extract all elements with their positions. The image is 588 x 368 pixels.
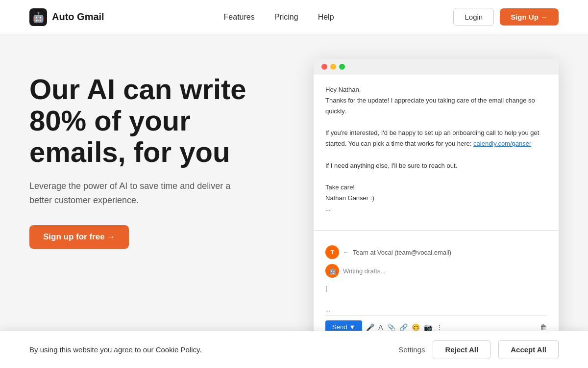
nav-features[interactable]: Features (224, 13, 255, 22)
cookie-text: By using this website you agree to our C… (29, 345, 398, 354)
send-label: Send (332, 323, 347, 331)
writing-icon: 🤖 (325, 264, 339, 278)
compose-arrow: ← (343, 249, 349, 256)
email-greeting: Hey Nathan, (325, 84, 547, 95)
mic-icon[interactable]: 🎤 (366, 323, 374, 331)
cookie-banner: By using this website you agree to our C… (0, 331, 588, 368)
cta-button[interactable]: Sign up for free → (29, 225, 129, 249)
nav-actions: Login Sign Up → (453, 8, 559, 26)
hero-subtitle: Leverage the power of AI to save time an… (29, 179, 255, 208)
emoji-icon[interactable]: 😊 (412, 323, 420, 331)
dot-green (339, 64, 345, 70)
compose-avatar: T (325, 245, 339, 259)
writing-label: Writing drafts... (343, 267, 386, 275)
hero-right: Hey Nathan, Thanks for the update! I app… (314, 59, 559, 342)
cookie-settings-button[interactable]: Settings (398, 345, 425, 354)
hero-left: Our AI can write 80% of your emails, for… (29, 64, 284, 249)
compose-cursor: | (325, 285, 327, 292)
cookie-message: By using this website you agree to our C… (29, 345, 202, 354)
send-chevron: ▼ (349, 323, 355, 331)
logo[interactable]: 🤖 Auto Gmail (29, 8, 104, 26)
window-titlebar (314, 59, 559, 75)
compose-dots2: ... (325, 304, 547, 315)
email-line3: If I need anything else, I'll be sure to… (325, 160, 547, 171)
email-calendly-link[interactable]: calendly.com/ganser (473, 140, 531, 147)
cookie-reject-button[interactable]: Reject All (433, 340, 490, 359)
nav-links: Features Pricing Help (224, 13, 334, 22)
nav-help[interactable]: Help (318, 13, 334, 22)
nav-pricing[interactable]: Pricing (274, 13, 298, 22)
compose-to: T ← Team at Vocal (team@vocal.email) (325, 242, 547, 262)
email-line1: Thanks for the update! I appreciate you … (325, 95, 547, 117)
email-line2: If you're interested, I'd be happy to se… (325, 128, 547, 149)
delete-icon[interactable]: 🗑 (540, 323, 547, 331)
dot-red (321, 64, 327, 70)
email-signature: Nathan Ganser :) (325, 193, 547, 204)
email-window: Hey Nathan, Thanks for the update! I app… (314, 59, 559, 342)
signup-button[interactable]: Sign Up → (500, 8, 559, 26)
cookie-actions: Settings Reject All Accept All (398, 340, 559, 359)
more-icon[interactable]: ⋮ (436, 323, 443, 331)
email-divider (314, 230, 559, 231)
link-icon[interactable]: 🔗 (399, 323, 408, 331)
photo-icon[interactable]: 📷 (424, 323, 432, 331)
attach-icon[interactable]: 📎 (387, 323, 395, 331)
logo-text: Auto Gmail (52, 11, 104, 23)
format-icon[interactable]: A (378, 323, 383, 331)
compose-area: T ← Team at Vocal (team@vocal.email) 🤖 W… (314, 237, 559, 342)
email-signoff: Take care! (325, 182, 547, 193)
login-button[interactable]: Login (453, 8, 494, 26)
hero-title: Our AI can write 80% of your emails, for… (29, 74, 284, 167)
dot-yellow (330, 64, 336, 70)
compose-writing: 🤖 Writing drafts... (325, 262, 547, 280)
navbar: 🤖 Auto Gmail Features Pricing Help Login… (0, 0, 588, 34)
logo-emoji: 🤖 (32, 11, 45, 23)
email-dots1: ... (325, 204, 547, 214)
cookie-accept-button[interactable]: Accept All (498, 340, 559, 359)
compose-input-area[interactable]: | (325, 280, 547, 304)
main-content: Our AI can write 80% of your emails, for… (0, 34, 588, 342)
compose-recipient: Team at Vocal (team@vocal.email) (353, 249, 451, 256)
logo-icon: 🤖 (29, 8, 47, 26)
email-body: Hey Nathan, Thanks for the update! I app… (314, 75, 559, 224)
